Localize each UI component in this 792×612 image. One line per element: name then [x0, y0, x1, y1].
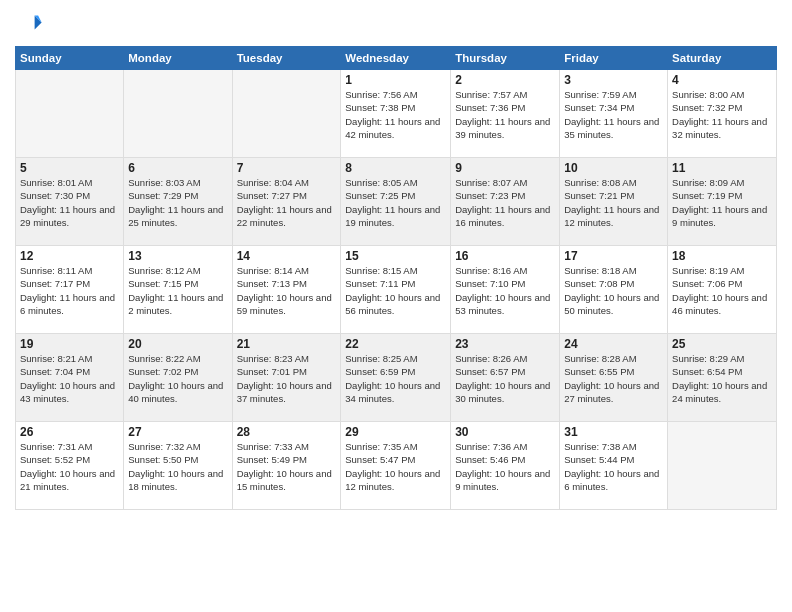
- calendar-cell: 27Sunrise: 7:32 AMSunset: 5:50 PMDayligh…: [124, 422, 232, 510]
- day-info: Sunrise: 8:18 AMSunset: 7:08 PMDaylight:…: [564, 264, 663, 317]
- calendar-cell: [232, 70, 341, 158]
- calendar-cell: 31Sunrise: 7:38 AMSunset: 5:44 PMDayligh…: [560, 422, 668, 510]
- day-info: Sunrise: 8:08 AMSunset: 7:21 PMDaylight:…: [564, 176, 663, 229]
- weekday-header: Thursday: [451, 47, 560, 70]
- day-info: Sunrise: 8:21 AMSunset: 7:04 PMDaylight:…: [20, 352, 119, 405]
- day-number: 7: [237, 161, 337, 175]
- weekday-header: Friday: [560, 47, 668, 70]
- day-number: 4: [672, 73, 772, 87]
- weekday-header: Tuesday: [232, 47, 341, 70]
- day-number: 28: [237, 425, 337, 439]
- calendar-cell: 3Sunrise: 7:59 AMSunset: 7:34 PMDaylight…: [560, 70, 668, 158]
- calendar-cell: 22Sunrise: 8:25 AMSunset: 6:59 PMDayligh…: [341, 334, 451, 422]
- calendar-cell: 24Sunrise: 8:28 AMSunset: 6:55 PMDayligh…: [560, 334, 668, 422]
- day-number: 9: [455, 161, 555, 175]
- calendar-cell: 5Sunrise: 8:01 AMSunset: 7:30 PMDaylight…: [16, 158, 124, 246]
- calendar-cell: 12Sunrise: 8:11 AMSunset: 7:17 PMDayligh…: [16, 246, 124, 334]
- calendar-cell: 30Sunrise: 7:36 AMSunset: 5:46 PMDayligh…: [451, 422, 560, 510]
- day-number: 6: [128, 161, 227, 175]
- calendar-cell: 13Sunrise: 8:12 AMSunset: 7:15 PMDayligh…: [124, 246, 232, 334]
- day-info: Sunrise: 7:35 AMSunset: 5:47 PMDaylight:…: [345, 440, 446, 493]
- calendar-header-row: SundayMondayTuesdayWednesdayThursdayFrid…: [16, 47, 777, 70]
- day-info: Sunrise: 8:05 AMSunset: 7:25 PMDaylight:…: [345, 176, 446, 229]
- calendar-cell: 26Sunrise: 7:31 AMSunset: 5:52 PMDayligh…: [16, 422, 124, 510]
- day-info: Sunrise: 8:01 AMSunset: 7:30 PMDaylight:…: [20, 176, 119, 229]
- day-info: Sunrise: 8:25 AMSunset: 6:59 PMDaylight:…: [345, 352, 446, 405]
- day-number: 12: [20, 249, 119, 263]
- calendar-week-row: 5Sunrise: 8:01 AMSunset: 7:30 PMDaylight…: [16, 158, 777, 246]
- weekday-header: Sunday: [16, 47, 124, 70]
- calendar-week-row: 12Sunrise: 8:11 AMSunset: 7:17 PMDayligh…: [16, 246, 777, 334]
- day-info: Sunrise: 8:23 AMSunset: 7:01 PMDaylight:…: [237, 352, 337, 405]
- day-number: 13: [128, 249, 227, 263]
- day-number: 8: [345, 161, 446, 175]
- calendar-cell: 19Sunrise: 8:21 AMSunset: 7:04 PMDayligh…: [16, 334, 124, 422]
- day-info: Sunrise: 7:38 AMSunset: 5:44 PMDaylight:…: [564, 440, 663, 493]
- day-info: Sunrise: 7:59 AMSunset: 7:34 PMDaylight:…: [564, 88, 663, 141]
- calendar-cell: 11Sunrise: 8:09 AMSunset: 7:19 PMDayligh…: [668, 158, 777, 246]
- calendar-cell: 29Sunrise: 7:35 AMSunset: 5:47 PMDayligh…: [341, 422, 451, 510]
- weekday-header: Wednesday: [341, 47, 451, 70]
- day-info: Sunrise: 8:28 AMSunset: 6:55 PMDaylight:…: [564, 352, 663, 405]
- calendar-cell: 23Sunrise: 8:26 AMSunset: 6:57 PMDayligh…: [451, 334, 560, 422]
- day-info: Sunrise: 8:29 AMSunset: 6:54 PMDaylight:…: [672, 352, 772, 405]
- day-info: Sunrise: 8:09 AMSunset: 7:19 PMDaylight:…: [672, 176, 772, 229]
- day-number: 21: [237, 337, 337, 351]
- day-number: 22: [345, 337, 446, 351]
- day-number: 18: [672, 249, 772, 263]
- calendar-cell: 4Sunrise: 8:00 AMSunset: 7:32 PMDaylight…: [668, 70, 777, 158]
- day-info: Sunrise: 8:03 AMSunset: 7:29 PMDaylight:…: [128, 176, 227, 229]
- calendar-cell: [16, 70, 124, 158]
- calendar-cell: 2Sunrise: 7:57 AMSunset: 7:36 PMDaylight…: [451, 70, 560, 158]
- calendar-cell: 28Sunrise: 7:33 AMSunset: 5:49 PMDayligh…: [232, 422, 341, 510]
- calendar-cell: 17Sunrise: 8:18 AMSunset: 7:08 PMDayligh…: [560, 246, 668, 334]
- calendar-cell: 8Sunrise: 8:05 AMSunset: 7:25 PMDaylight…: [341, 158, 451, 246]
- day-number: 31: [564, 425, 663, 439]
- day-info: Sunrise: 7:36 AMSunset: 5:46 PMDaylight:…: [455, 440, 555, 493]
- calendar-week-row: 26Sunrise: 7:31 AMSunset: 5:52 PMDayligh…: [16, 422, 777, 510]
- calendar-cell: [668, 422, 777, 510]
- day-info: Sunrise: 8:04 AMSunset: 7:27 PMDaylight:…: [237, 176, 337, 229]
- calendar: SundayMondayTuesdayWednesdayThursdayFrid…: [15, 46, 777, 510]
- day-number: 10: [564, 161, 663, 175]
- calendar-cell: 1Sunrise: 7:56 AMSunset: 7:38 PMDaylight…: [341, 70, 451, 158]
- day-info: Sunrise: 8:15 AMSunset: 7:11 PMDaylight:…: [345, 264, 446, 317]
- header: [15, 10, 777, 38]
- day-info: Sunrise: 7:31 AMSunset: 5:52 PMDaylight:…: [20, 440, 119, 493]
- day-number: 26: [20, 425, 119, 439]
- day-number: 24: [564, 337, 663, 351]
- day-info: Sunrise: 8:22 AMSunset: 7:02 PMDaylight:…: [128, 352, 227, 405]
- day-number: 29: [345, 425, 446, 439]
- day-info: Sunrise: 7:33 AMSunset: 5:49 PMDaylight:…: [237, 440, 337, 493]
- calendar-week-row: 1Sunrise: 7:56 AMSunset: 7:38 PMDaylight…: [16, 70, 777, 158]
- day-number: 11: [672, 161, 772, 175]
- calendar-cell: 14Sunrise: 8:14 AMSunset: 7:13 PMDayligh…: [232, 246, 341, 334]
- day-info: Sunrise: 8:00 AMSunset: 7:32 PMDaylight:…: [672, 88, 772, 141]
- day-number: 3: [564, 73, 663, 87]
- calendar-cell: 9Sunrise: 8:07 AMSunset: 7:23 PMDaylight…: [451, 158, 560, 246]
- day-number: 5: [20, 161, 119, 175]
- day-info: Sunrise: 7:56 AMSunset: 7:38 PMDaylight:…: [345, 88, 446, 141]
- day-number: 25: [672, 337, 772, 351]
- day-info: Sunrise: 7:32 AMSunset: 5:50 PMDaylight:…: [128, 440, 227, 493]
- day-info: Sunrise: 8:26 AMSunset: 6:57 PMDaylight:…: [455, 352, 555, 405]
- day-number: 19: [20, 337, 119, 351]
- calendar-cell: 6Sunrise: 8:03 AMSunset: 7:29 PMDaylight…: [124, 158, 232, 246]
- weekday-header: Saturday: [668, 47, 777, 70]
- calendar-cell: 18Sunrise: 8:19 AMSunset: 7:06 PMDayligh…: [668, 246, 777, 334]
- calendar-cell: 21Sunrise: 8:23 AMSunset: 7:01 PMDayligh…: [232, 334, 341, 422]
- day-info: Sunrise: 7:57 AMSunset: 7:36 PMDaylight:…: [455, 88, 555, 141]
- calendar-cell: [124, 70, 232, 158]
- day-info: Sunrise: 8:14 AMSunset: 7:13 PMDaylight:…: [237, 264, 337, 317]
- day-number: 20: [128, 337, 227, 351]
- weekday-header: Monday: [124, 47, 232, 70]
- calendar-cell: 16Sunrise: 8:16 AMSunset: 7:10 PMDayligh…: [451, 246, 560, 334]
- day-number: 15: [345, 249, 446, 263]
- calendar-cell: 20Sunrise: 8:22 AMSunset: 7:02 PMDayligh…: [124, 334, 232, 422]
- calendar-week-row: 19Sunrise: 8:21 AMSunset: 7:04 PMDayligh…: [16, 334, 777, 422]
- day-info: Sunrise: 8:07 AMSunset: 7:23 PMDaylight:…: [455, 176, 555, 229]
- day-number: 27: [128, 425, 227, 439]
- day-number: 17: [564, 249, 663, 263]
- day-number: 16: [455, 249, 555, 263]
- day-number: 14: [237, 249, 337, 263]
